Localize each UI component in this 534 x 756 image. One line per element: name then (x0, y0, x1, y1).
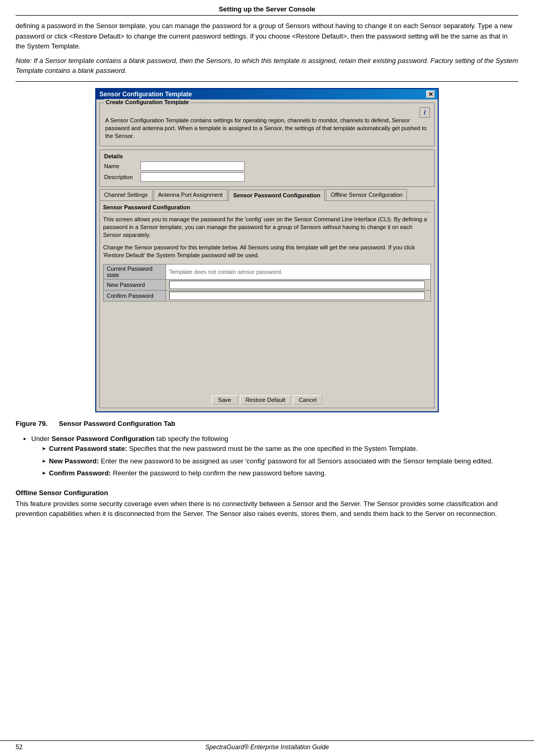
tab-channel-settings[interactable]: Channel Settings (99, 189, 152, 200)
close-button[interactable]: ✕ (426, 91, 435, 98)
current-password-row: Current Password state Template does not… (104, 264, 431, 279)
tab-desc-1: This screen allows you to manage the pas… (103, 216, 431, 240)
sub-list: Current Password state: Specifies that t… (42, 444, 518, 478)
details-title: Details (104, 153, 430, 159)
sub-item-text-2: Enter the new password to be assigned as… (101, 457, 493, 465)
tab-content-area: Sensor Password Configuration This scree… (99, 200, 435, 408)
name-label: Name (104, 163, 141, 169)
info-icon: i (419, 107, 430, 118)
restore-default-button[interactable]: Restore Default (240, 395, 291, 405)
current-password-label: Current Password state (104, 264, 166, 279)
offline-section-text: This feature provides some security cove… (16, 499, 518, 519)
sub-item-label-1: Current Password state: (49, 445, 127, 452)
new-password-cell (166, 279, 431, 290)
dialog-buttons: Save Restore Default Cancel (103, 392, 431, 405)
new-password-row: New Password (104, 279, 431, 290)
sub-item-confirm-password: Confirm Password: Reenter the password t… (42, 468, 518, 478)
dialog-body: Create Configuration Template A Sensor C… (96, 99, 438, 411)
tabs-bar: Channel Settings Antenna Port Assignment… (99, 189, 435, 200)
tab-content-title: Sensor Password Configuration (103, 204, 431, 212)
page-footer: SpectraGuard® Enterprise Installation Gu… (0, 740, 534, 751)
sub-item-text-3: Reenter the password to help confirm the… (113, 469, 326, 477)
figure-title: Sensor Password Configuration Tab (59, 420, 175, 427)
confirm-password-row: Confirm Password (104, 290, 431, 301)
confirm-password-cell (166, 290, 431, 301)
tab-desc-2: Change the Sensor password for this temp… (103, 244, 431, 260)
offline-section-heading: Offline Sensor Configuration (16, 489, 518, 497)
description-field-row: Description (104, 172, 430, 182)
password-table: Current Password state Template does not… (103, 264, 431, 301)
description-label: Description (104, 174, 141, 180)
details-section: Details Name Description (99, 149, 435, 187)
confirm-password-input[interactable] (169, 292, 425, 300)
footer-text: SpectraGuard® Enterprise Installation Gu… (205, 744, 329, 751)
new-password-label: New Password (104, 279, 166, 290)
save-button[interactable]: Save (212, 395, 238, 405)
intro-paragraph: defining a password in the Sensor templa… (16, 21, 518, 52)
tab-sensor-password[interactable]: Sensor Password Configuration (228, 190, 325, 201)
sub-item-label-3: Confirm Password: (49, 469, 111, 477)
cancel-button[interactable]: Cancel (293, 395, 322, 405)
figure-label: Figure 79. (16, 420, 47, 427)
sub-item-current-password: Current Password state: Specifies that t… (42, 444, 518, 454)
figure-caption: Figure 79. Sensor Password Configuration… (16, 420, 518, 427)
group-box-title: Create Configuration Template (104, 99, 190, 105)
sub-item-label-2: New Password: (49, 457, 99, 465)
sub-item-text-1: Specifies that the new password must be … (129, 445, 418, 452)
tab-offline-sensor[interactable]: Offline Sensor Configuration (326, 189, 407, 200)
name-input[interactable] (141, 161, 245, 171)
page-title: Setting up the Server Console (16, 5, 518, 16)
bullet-list: Under Sensor Password Configuration tab … (31, 434, 518, 478)
current-password-value: Template does not contain sensor passwor… (166, 264, 431, 279)
create-config-group: Create Configuration Template A Sensor C… (99, 103, 435, 146)
note-text: Note: If a Sensor template contains a bl… (16, 56, 518, 82)
confirm-password-label: Confirm Password (104, 290, 166, 301)
sub-item-new-password: New Password: Enter the new password to … (42, 456, 518, 467)
blank-area (103, 305, 431, 388)
sensor-config-dialog: Sensor Configuration Template ✕ Create C… (95, 88, 439, 412)
dialog-title: Sensor Configuration Template (99, 91, 192, 98)
dialog-titlebar: Sensor Configuration Template ✕ (96, 89, 438, 99)
description-input[interactable] (141, 172, 245, 182)
create-info-text: A Sensor Configuration Template contains… (103, 115, 431, 143)
tab-antenna-port[interactable]: Antenna Port Assignment (154, 189, 227, 200)
name-field-row: Name (104, 161, 430, 171)
bullet-item: Under Sensor Password Configuration tab … (31, 434, 518, 478)
new-password-input[interactable] (169, 281, 425, 289)
